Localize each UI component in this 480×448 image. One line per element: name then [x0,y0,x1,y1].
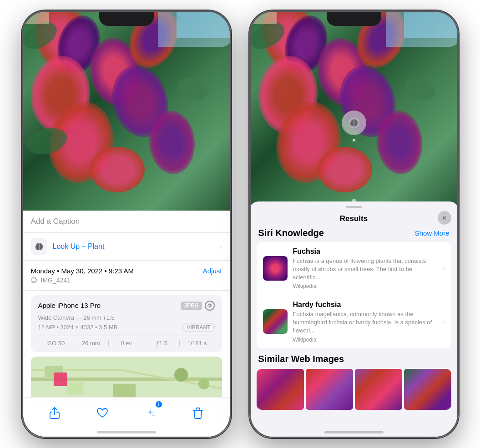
sheet-header: Results × [249,208,459,228]
home-indicator-2 [324,431,384,433]
meta-section: Monday • May 30, 2022 • 9:23 AM Adjust I… [22,261,231,291]
siri-item-hardy[interactable]: Hardy fuchsia Fuchsia magellanica, commo… [257,295,451,348]
svg-rect-12 [54,372,67,386]
siri-header: Siri Knowledge Show More [257,228,451,238]
meta-date: Monday • May 30, 2022 • 9:23 AM [31,267,134,275]
svg-rect-8 [67,382,83,395]
hardy-info: Hardy fuchsia Fuchsia magellanica, commo… [293,301,437,343]
device-section: Apple iPhone 13 Pro JPEG [31,295,222,352]
filename: IMG_4241 [41,277,71,284]
hardy-chevron: › [443,318,445,325]
adjust-button[interactable]: Adjust [203,267,222,275]
lookup-leaf-icon [348,117,360,129]
fuchsia-info: Fuchsia Fuchsia is a genus of flowering … [293,247,437,290]
map-section[interactable] [31,357,222,402]
format-area: JPEG [181,301,214,311]
close-button[interactable]: × [438,211,451,225]
hardy-name: Hardy fuchsia [293,301,437,309]
leaf-icon [35,242,44,251]
exif-shutter: 1/181 s [180,340,215,347]
sheet-title: Results [340,214,368,223]
favorite-button[interactable] [92,403,112,423]
flower-photo [22,10,231,211]
hardy-source: Wikipedia [293,337,437,343]
svg-point-10 [174,368,188,382]
similar-img-2[interactable] [306,369,353,410]
photo-area[interactable] [22,10,231,211]
camera-icon [205,301,215,311]
cloud-icon [31,277,38,283]
hardy-thumbnail [263,309,288,334]
delete-button[interactable] [188,403,208,423]
device-name: Apple iPhone 13 Pro [38,302,101,309]
screen-2: Results × Siri Knowledge Show More [249,10,459,438]
results-sheet: Results × Siri Knowledge Show More [249,201,459,438]
meta-date-row: Monday • May 30, 2022 • 9:23 AM Adjust [31,267,222,275]
camera-details: Wide Camera — 26 mm ƒ1.5 [38,314,215,321]
info-badge [156,401,162,408]
phone-2: Results × Siri Knowledge Show More [249,10,459,438]
map-roads [31,357,222,402]
resolution-text: 12 MP • 3024 × 4032 • 3.5 MB [38,324,118,331]
caption-placeholder: Add a Caption [31,217,80,226]
similar-images-section: Similar Web Images [257,354,451,410]
similar-title: Similar Web Images [257,354,451,364]
resolution-row: 12 MP • 3024 × 4032 • 3.5 MB VIBRANT [38,323,215,332]
share-button[interactable] [45,403,65,423]
meta-filename: IMG_4241 [31,277,222,284]
notch-2 [327,10,381,26]
fuchsia-thumbnail [263,256,288,281]
show-more-button[interactable]: Show More [415,229,450,237]
fuchsia-source: Wikipedia [293,283,437,289]
hardy-desc: Fuchsia magellanica, commonly known as t… [293,310,437,335]
lookup-icon [31,238,47,255]
siri-item-fuchsia[interactable]: Fuchsia Fuchsia is a genus of flowering … [257,242,451,296]
caption-field[interactable]: Add a Caption [22,211,231,233]
map-background [31,357,222,402]
jpeg-badge: JPEG [181,302,202,310]
exif-aperture: ƒ1.5 [144,340,180,347]
exif-focal: 26 mm [73,340,109,347]
siri-title: Siri Knowledge [258,228,324,238]
lookup-row[interactable]: Look Up – Plant › [22,233,231,261]
phone-1: Add a Caption Look Up – Plant › [22,10,231,438]
exif-iso: ISO 50 [38,340,74,347]
exif-row: ISO 50 26 mm 0 ev ƒ1.5 1/181 s [38,336,215,347]
vibrant-badge: VIBRANT [182,323,214,332]
screen-1: Add a Caption Look Up – Plant › [22,10,231,438]
sparkles-icon [145,408,156,418]
similar-img-4[interactable] [404,369,451,410]
home-indicator [97,431,156,433]
similar-img-1[interactable] [257,369,304,410]
notch [99,10,154,26]
fuchsia-name: Fuchsia [293,247,437,256]
info-button[interactable] [140,403,160,423]
exif-ev: 0 ev [109,340,144,347]
fuchsia-chevron: › [443,265,445,272]
svg-point-1 [209,305,211,307]
siri-card: Fuchsia Fuchsia is a genus of flowering … [257,242,451,348]
device-header: Apple iPhone 13 Pro JPEG [38,301,215,311]
lookup-text: Look Up – Plant [53,242,105,251]
lookup-chevron: › [220,243,222,250]
visual-lookup-button[interactable] [342,111,366,135]
similar-img-3[interactable] [355,369,402,410]
similar-images-grid [257,369,451,410]
fuchsia-desc: Fuchsia is a genus of flowering plants t… [293,257,437,282]
photo-area-2[interactable] [249,10,459,206]
siri-knowledge-section: Siri Knowledge Show More Fuchsia Fu [257,228,451,348]
svg-point-11 [198,378,209,389]
phones-container: Add a Caption Look Up – Plant › [13,1,468,447]
flower-photo-2 [249,10,459,206]
